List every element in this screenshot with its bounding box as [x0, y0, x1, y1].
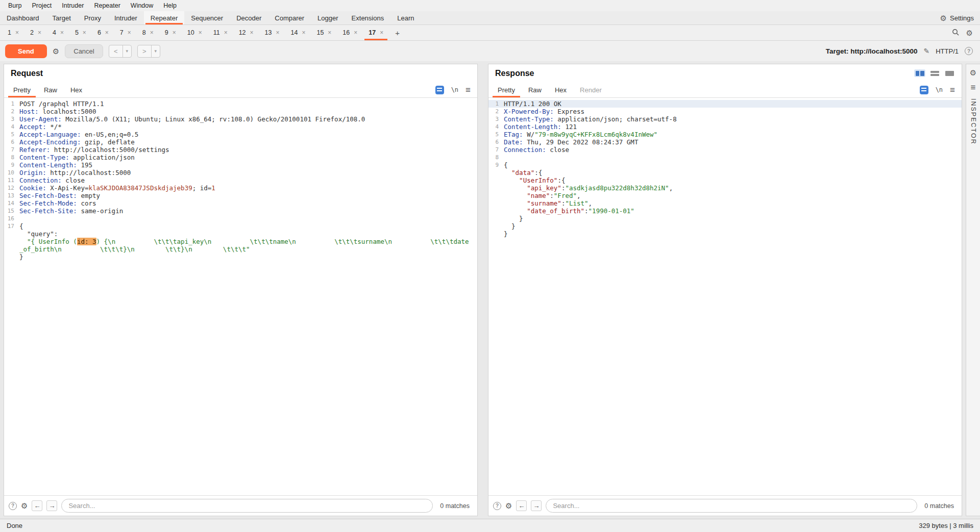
code-text[interactable]	[504, 154, 962, 161]
code-text[interactable]: Accept: */*	[19, 123, 477, 131]
request-options-gear-icon[interactable]: ⚙	[53, 47, 59, 55]
close-tab-icon[interactable]: ×	[105, 29, 109, 36]
repeater-tab-14[interactable]: 14×	[285, 25, 311, 40]
code-text[interactable]: Sec-Fetch-Mode: cors	[19, 199, 477, 207]
repeater-tab-6[interactable]: 6×	[92, 25, 114, 40]
code-text[interactable]: "{ UserInfo (id: 3) {\n \t\t\tapi_key\n …	[19, 238, 477, 253]
code-text[interactable]: {	[504, 161, 962, 169]
layout-rows-icon[interactable]	[929, 69, 940, 77]
inspector-sidebar[interactable]: ⚙ ≡ INSPECTOR	[966, 64, 980, 516]
http-version-label[interactable]: HTTP/1	[936, 47, 959, 55]
close-tab-icon[interactable]: ×	[15, 29, 19, 36]
close-tab-icon[interactable]: ×	[302, 29, 305, 36]
editor-menu-icon[interactable]: ≡	[465, 86, 471, 94]
code-text[interactable]: Host: localhost:5000	[19, 108, 477, 115]
search-help-icon[interactable]: ?	[9, 502, 17, 510]
tab-comparer[interactable]: Comparer	[268, 11, 311, 24]
repeater-tab-17[interactable]: 17×	[363, 25, 389, 40]
search-settings-gear-icon[interactable]: ⚙	[21, 502, 28, 510]
repeater-tab-4[interactable]: 4×	[47, 25, 69, 40]
menu-repeater[interactable]: Repeater	[89, 1, 125, 10]
code-text[interactable]: ETag: W/"79-m8w9yqC+KFFx8Lcm6qk8v4InWew"	[504, 131, 962, 138]
repeater-tab-2[interactable]: 2×	[24, 25, 47, 40]
code-text[interactable]: Content-Type: application/json	[19, 154, 477, 161]
code-text[interactable]: "query":	[19, 230, 477, 238]
request-editor[interactable]: 1POST /graphql HTTP/1.12Host: localhost:…	[4, 98, 477, 495]
close-tab-icon[interactable]: ×	[276, 29, 280, 36]
code-text[interactable]: Connection: close	[19, 176, 477, 184]
editor-menu-icon[interactable]: ≡	[950, 86, 955, 94]
search-settings-gear-icon[interactable]: ⚙	[505, 502, 512, 510]
code-text[interactable]: Content-Type: application/json; charset=…	[504, 115, 962, 123]
repeater-tab-5[interactable]: 5×	[69, 25, 92, 40]
view-tab-render[interactable]: Render	[573, 82, 608, 97]
show-newlines-icon[interactable]: \n	[936, 86, 943, 93]
code-text[interactable]: "UserInfo":{	[504, 176, 962, 184]
code-text[interactable]: "date_of_birth":"1990-01-01"	[504, 207, 962, 215]
code-text[interactable]: }	[504, 215, 962, 222]
inspector-menu-icon[interactable]: ≡	[971, 83, 976, 92]
code-text[interactable]: "surname":"List",	[504, 199, 962, 207]
close-tab-icon[interactable]: ×	[60, 29, 64, 36]
code-text[interactable]: Accept-Encoding: gzip, deflate	[19, 138, 477, 146]
code-text[interactable]: }	[504, 230, 962, 238]
repeater-tab-10[interactable]: 10×	[182, 25, 208, 40]
close-tab-icon[interactable]: ×	[328, 29, 331, 36]
code-text[interactable]: Cookie: X-Api-Key=klaSKJDOA83847JSDskdja…	[19, 184, 477, 192]
view-tab-hex[interactable]: Hex	[64, 82, 89, 97]
code-text[interactable]: Referer: http://localhost:5000/settings	[19, 146, 477, 154]
tab-extensions[interactable]: Extensions	[345, 11, 391, 24]
close-tab-icon[interactable]: ×	[199, 29, 202, 36]
code-text[interactable]	[19, 215, 477, 222]
close-tab-icon[interactable]: ×	[83, 29, 86, 36]
menu-burp[interactable]: Burp	[3, 1, 27, 10]
code-text[interactable]: Accept-Language: en-US,en;q=0.5	[19, 131, 477, 138]
code-text[interactable]: Connection: close	[504, 146, 962, 154]
code-text[interactable]: Sec-Fetch-Site: same-origin	[19, 207, 477, 215]
tab-logger[interactable]: Logger	[311, 11, 345, 24]
tab-target[interactable]: Target	[46, 11, 78, 24]
tab-decoder[interactable]: Decoder	[230, 11, 268, 24]
repeater-tab-1[interactable]: 1×	[2, 25, 24, 40]
menu-help[interactable]: Help	[158, 1, 182, 10]
search-icon[interactable]	[952, 29, 959, 37]
view-tab-raw[interactable]: Raw	[37, 82, 64, 97]
code-text[interactable]: "name":"Fred",	[504, 192, 962, 199]
repeater-tab-15[interactable]: 15×	[311, 25, 337, 40]
close-tab-icon[interactable]: ×	[354, 29, 357, 36]
panel-splitter[interactable]	[478, 64, 488, 516]
help-icon[interactable]: ?	[965, 47, 973, 55]
back-dropdown-icon[interactable]: ▾	[122, 45, 131, 57]
forward-button[interactable]: >	[138, 45, 151, 57]
code-text[interactable]: Origin: http://localhost:5000	[19, 169, 477, 176]
request-search-input[interactable]	[61, 499, 433, 513]
code-text[interactable]: Date: Thu, 29 Dec 2022 08:24:37 GMT	[504, 138, 962, 146]
code-text[interactable]: Content-Length: 195	[19, 161, 477, 169]
repeater-tab-12[interactable]: 12×	[233, 25, 259, 40]
tab-dashboard[interactable]: Dashboard	[0, 11, 46, 24]
tab-intruder[interactable]: Intruder	[108, 11, 144, 24]
close-tab-icon[interactable]: ×	[128, 29, 131, 36]
menu-window[interactable]: Window	[126, 1, 158, 10]
close-tab-icon[interactable]: ×	[150, 29, 154, 36]
code-text[interactable]: Content-Length: 121	[504, 123, 962, 131]
view-tab-pretty[interactable]: Pretty	[491, 82, 522, 97]
repeater-tab-11[interactable]: 11×	[208, 25, 233, 40]
repeater-tab-13[interactable]: 13×	[259, 25, 285, 40]
code-text[interactable]: X-Powered-By: Express	[504, 108, 962, 115]
code-text[interactable]: }	[19, 253, 477, 261]
tab-sequencer[interactable]: Sequencer	[184, 11, 230, 24]
close-tab-icon[interactable]: ×	[173, 29, 176, 36]
layout-single-icon[interactable]	[944, 69, 955, 77]
prev-match-button[interactable]: ←	[32, 500, 42, 511]
code-text[interactable]: {	[19, 222, 477, 230]
layout-columns-icon[interactable]	[914, 69, 925, 77]
pretty-print-icon[interactable]	[920, 86, 928, 94]
search-help-icon[interactable]: ?	[493, 502, 501, 510]
tab-repeater[interactable]: Repeater	[144, 11, 184, 24]
code-text[interactable]: HTTP/1.1 200 OK	[504, 100, 962, 108]
back-button[interactable]: <	[109, 45, 122, 57]
repeater-tab-9[interactable]: 9×	[159, 25, 182, 40]
send-button[interactable]: Send	[5, 44, 47, 58]
code-text[interactable]: }	[504, 222, 962, 230]
